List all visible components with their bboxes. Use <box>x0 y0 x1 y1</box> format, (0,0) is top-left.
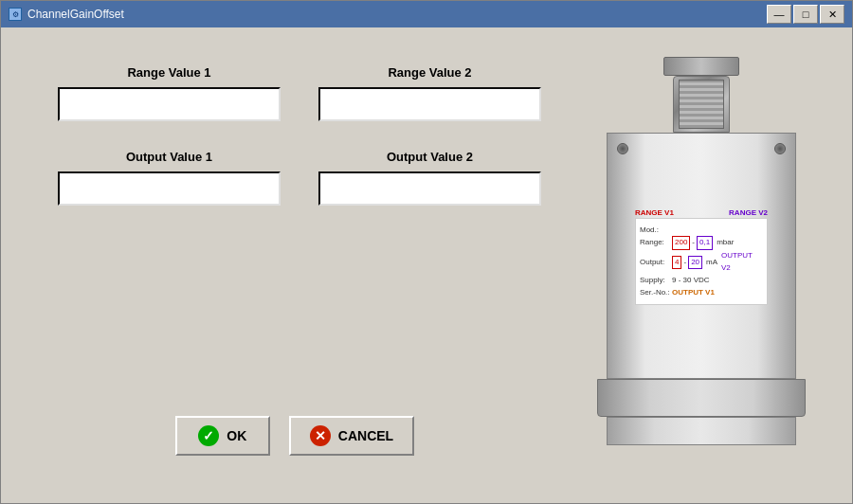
range-value-2-label: Range Value 2 <box>318 65 541 80</box>
app-icon: ⚙ <box>9 8 22 21</box>
sensor-body: RANGE V1 RANGE V2 Mod.: Range: 200 - <box>607 133 796 379</box>
output-unit: mA <box>706 257 717 269</box>
supply-val: 9 - 30 VDC <box>672 275 710 287</box>
range-unit: mbar <box>717 237 734 249</box>
main-window: ⚙ ChannelGainOffset — □ ✕ Range Value 1 … <box>0 0 853 504</box>
connector-threads <box>679 80 724 129</box>
range-value-1-input[interactable] <box>58 87 281 121</box>
ser-key: Ser.-No.: <box>640 287 670 299</box>
sensor-connector-top <box>663 57 739 76</box>
form-area: Range Value 1 Range Value 2 Output Value… <box>20 46 570 484</box>
sensor-label-area: Mod.: Range: 200 - 0,1 mbar <box>635 218 768 306</box>
cancel-icon: ✕ <box>310 425 331 446</box>
output-value-2-group: Output Value 2 <box>318 150 541 206</box>
sensor-base <box>607 417 796 445</box>
sensor-label-wrapper: RANGE V1 RANGE V2 Mod.: Range: 200 - <box>635 218 768 306</box>
cancel-label: CANCEL <box>338 428 393 443</box>
output-v2-box: 20 <box>688 256 702 270</box>
mounting-holes <box>608 143 795 154</box>
spacer <box>20 225 570 397</box>
sensor-connector <box>673 76 730 133</box>
output-value-1-label: Output Value 1 <box>58 150 281 164</box>
range-v1-box: 200 <box>672 236 690 250</box>
title-bar-left: ⚙ ChannelGainOffset <box>9 8 124 21</box>
sensor-area: RANGE V1 RANGE V2 Mod.: Range: 200 - <box>570 46 833 484</box>
range-v1-annotation: RANGE V1 <box>635 208 674 217</box>
ser-row: Ser.-No.: OUTPUT V1 <box>640 287 763 299</box>
output-value-2-input[interactable] <box>318 171 541 206</box>
close-button[interactable]: ✕ <box>820 5 844 24</box>
output-v1-annotation: OUTPUT V1 <box>672 287 715 299</box>
cancel-button[interactable]: ✕ CANCEL <box>289 416 414 456</box>
range-value-2-group: Range Value 2 <box>318 65 541 121</box>
sensor-flange <box>597 379 806 417</box>
ok-button[interactable]: ✓ OK <box>175 416 270 456</box>
ok-icon: ✓ <box>198 425 219 446</box>
output-key: Output: <box>640 257 670 269</box>
range-key: Range: <box>640 237 670 249</box>
mounting-hole-right <box>774 143 786 154</box>
ok-label: OK <box>227 428 246 443</box>
supply-key: Supply: <box>640 275 670 287</box>
output-v1-box: 4 <box>672 256 681 270</box>
output-value-1-input[interactable] <box>58 171 281 206</box>
output-row: Output: 4 - 20 mA OUTPUT V2 <box>640 250 763 275</box>
sensor-illustration: RANGE V1 RANGE V2 Mod.: Range: 200 - <box>588 57 815 474</box>
output-value-2-label: Output Value 2 <box>318 150 541 164</box>
output-value-1-group: Output Value 1 <box>58 150 281 206</box>
minimize-button[interactable]: — <box>767 5 791 24</box>
range-v2-annotation: RANGE V2 <box>729 208 768 217</box>
supply-row: Supply: 9 - 30 VDC <box>640 275 763 287</box>
button-row: ✓ OK ✕ CANCEL <box>20 397 570 484</box>
content-area: Range Value 1 Range Value 2 Output Value… <box>1 27 852 503</box>
title-bar: ⚙ ChannelGainOffset — □ ✕ <box>1 1 852 27</box>
mounting-hole-left <box>617 143 628 154</box>
output-v2-annotation: OUTPUT V2 <box>721 250 763 275</box>
range-value-1-label: Range Value 1 <box>58 65 281 80</box>
maximize-button[interactable]: □ <box>793 5 818 24</box>
range-v2-box: 0,1 <box>697 236 713 250</box>
range-value-1-group: Range Value 1 <box>58 65 281 121</box>
range-row: Range: 200 - 0,1 mbar <box>640 236 763 250</box>
mod-key: Mod.: <box>640 225 670 237</box>
fields-grid: Range Value 1 Range Value 2 Output Value… <box>20 46 570 225</box>
title-bar-controls: — □ ✕ <box>767 5 844 24</box>
window-title: ChannelGainOffset <box>27 8 124 21</box>
mod-row: Mod.: <box>640 225 763 237</box>
range-value-2-input[interactable] <box>318 87 541 121</box>
